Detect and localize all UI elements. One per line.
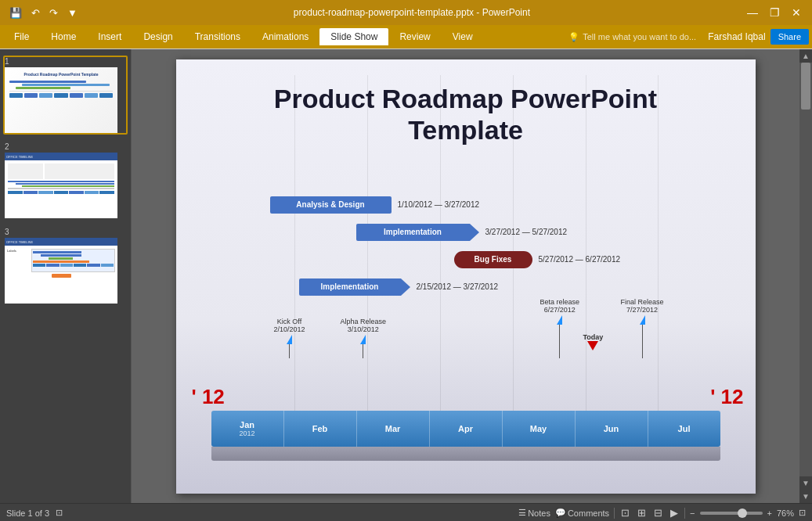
milestone-beta: Beta release6/27/2012 xyxy=(540,298,580,358)
scroll-thumb[interactable] xyxy=(801,63,810,110)
lightbulb-icon: 💡 xyxy=(568,32,579,42)
status-right: ☰ Notes 💬 Comments ⊡ ⊞ ⊟ ▶ − + 76% ⊡ xyxy=(518,505,806,520)
month-jan: Jan 2012 xyxy=(211,411,284,447)
milestone-final-label: Final Release7/27/2012 xyxy=(621,298,664,314)
ribbon-tab-bar: File Home Insert Design Transitions Anim… xyxy=(0,25,812,49)
slide-info: Slide 1 of 3 xyxy=(6,508,49,518)
minimize-button[interactable]: — xyxy=(743,3,762,22)
slide-thumb-2[interactable]: 2 OFFICE TIMELINE xyxy=(3,141,128,220)
tell-me-box[interactable]: 💡 xyxy=(568,32,708,42)
slide-canvas: Product Roadmap PowerPoint Template Anal… xyxy=(176,59,756,494)
notes-button[interactable]: ☰ Notes xyxy=(518,508,550,518)
zoom-level[interactable]: 76% xyxy=(777,508,794,518)
bar-impl2: Implementation 2/15/2012 — 3/27/2012 xyxy=(299,278,499,296)
redo-icon[interactable]: ↷ xyxy=(46,5,61,20)
ribbon: File Home Insert Design Transitions Anim… xyxy=(0,25,812,49)
tab-animations[interactable]: Animations xyxy=(251,28,319,45)
slide-panel: 1 Product Roadmap PowerPoint Template xyxy=(0,49,132,503)
slide-num-1: 1 xyxy=(5,57,126,66)
user-name: Farshad Iqbal xyxy=(708,31,765,42)
scroll-down-arrow-1[interactable]: ▼ xyxy=(799,476,812,490)
customize-icon[interactable]: ▼ xyxy=(64,5,81,20)
bar-impl-top-arrow xyxy=(470,224,479,241)
tab-design[interactable]: Design xyxy=(132,28,183,45)
today-arrow xyxy=(587,341,598,350)
milestone-alpha-label: Alpha Release3/10/2012 xyxy=(341,318,387,333)
milestone-kickoff-label: Kick Off2/10/2012 xyxy=(274,318,305,333)
final-flag xyxy=(640,315,645,325)
normal-view-button[interactable]: ⊡ xyxy=(619,505,631,520)
month-mar: Mar xyxy=(357,411,430,447)
slide-num-3: 3 xyxy=(5,228,126,236)
beta-line xyxy=(559,325,560,358)
undo-icon[interactable]: ↶ xyxy=(28,5,43,20)
scroll-down-arrow-2[interactable]: ▼ xyxy=(799,490,812,503)
today-marker: Today xyxy=(583,333,604,350)
slide-num-2: 2 xyxy=(5,142,126,151)
user-section: Farshad Iqbal Share xyxy=(708,29,809,45)
separator2 xyxy=(684,508,685,519)
slide-thumb-3[interactable]: 3 OFFICE TIMELINE Labels xyxy=(3,226,128,305)
comments-icon: 💬 xyxy=(555,508,566,518)
month-may: May xyxy=(503,411,576,447)
alpha-flag xyxy=(360,335,366,344)
tab-insert[interactable]: Insert xyxy=(87,28,132,45)
share-button[interactable]: Share xyxy=(770,29,809,45)
bar-impl2-date: 2/15/2012 — 3/27/2012 xyxy=(417,282,499,291)
month-jan-name: Jan xyxy=(240,420,254,429)
restore-button[interactable]: ❐ xyxy=(765,3,784,22)
accessibility-icon[interactable]: ⊡ xyxy=(56,508,63,518)
window-title: product-roadmap-powerpoint-template.pptx… xyxy=(81,7,743,18)
month-apr: Apr xyxy=(430,411,503,447)
comments-button[interactable]: 💬 Comments xyxy=(555,508,609,518)
month-feb: Feb xyxy=(284,411,357,447)
tab-view[interactable]: View xyxy=(442,28,484,45)
month-jan-year: 2012 xyxy=(239,429,254,437)
tell-me-input[interactable] xyxy=(583,32,708,41)
status-left: Slide 1 of 3 ⊡ xyxy=(6,508,63,518)
bar-impl2-label: Implementation xyxy=(299,278,401,296)
milestone-alpha: Alpha Release3/10/2012 xyxy=(341,318,387,358)
title-bar: 💾 ↶ ↷ ▼ product-roadmap-powerpoint-templ… xyxy=(0,0,812,25)
zoom-handle[interactable] xyxy=(738,508,747,518)
tab-transitions[interactable]: Transitions xyxy=(184,28,251,45)
tab-review[interactable]: Review xyxy=(388,28,441,45)
right-scrollbar: ▲ ▼ ▼ xyxy=(799,49,812,503)
scroll-up-arrow[interactable]: ▲ xyxy=(799,49,812,63)
canvas-area: Product Roadmap PowerPoint Template Anal… xyxy=(132,49,799,503)
tab-slideshow[interactable]: Slide Show xyxy=(319,28,388,45)
tab-file[interactable]: File xyxy=(3,28,40,45)
tab-home[interactable]: Home xyxy=(40,28,87,45)
separator xyxy=(614,508,615,519)
slide-preview-2: OFFICE TIMELINE xyxy=(5,153,117,218)
zoom-out-icon[interactable]: − xyxy=(690,508,695,518)
slide-sorter-button[interactable]: ⊞ xyxy=(636,505,648,520)
close-button[interactable]: ✕ xyxy=(787,3,806,22)
zoom-in-icon[interactable]: + xyxy=(767,508,772,518)
bar-bugfix: Bug Fixes 5/27/2012 — 6/27/2012 xyxy=(454,251,621,268)
slide-preview-1: Product Roadmap PowerPoint Template xyxy=(5,67,117,133)
bar-impl-top: Implementation 3/27/2012 — 5/27/2012 xyxy=(356,224,568,241)
beta-flag xyxy=(557,315,562,325)
roadmap-area: Analysis & Design 1/10/2012 — 3/27/2012 … xyxy=(200,196,732,447)
slide-preview-3: OFFICE TIMELINE Labels xyxy=(5,238,117,304)
fit-slide-icon[interactable]: ⊡ xyxy=(799,508,806,518)
year-label-left: ' 12 xyxy=(192,385,225,409)
quick-access-toolbar: 💾 ↶ ↷ ▼ xyxy=(6,5,81,20)
save-icon[interactable]: 💾 xyxy=(6,5,25,20)
milestone-kickoff: Kick Off2/10/2012 xyxy=(274,318,305,358)
zoom-slider[interactable] xyxy=(700,512,763,515)
main-area: 1 Product Roadmap PowerPoint Template xyxy=(0,49,812,503)
scroll-track[interactable] xyxy=(799,63,812,476)
kickoff-line xyxy=(289,344,290,358)
slide-title: Product Roadmap PowerPoint Template xyxy=(176,59,756,163)
bar-impl2-arrow xyxy=(401,278,410,296)
bar-impl-top-label: Implementation xyxy=(356,224,470,241)
timeline-footer-band xyxy=(211,447,720,461)
slide-thumb-1[interactable]: 1 Product Roadmap PowerPoint Template xyxy=(3,56,128,135)
today-label: Today xyxy=(583,333,604,341)
milestone-beta-label: Beta release6/27/2012 xyxy=(540,298,580,314)
alpha-line xyxy=(363,344,363,358)
reading-view-button[interactable]: ⊟ xyxy=(652,505,664,520)
slideshow-button[interactable]: ▶ xyxy=(669,505,680,520)
